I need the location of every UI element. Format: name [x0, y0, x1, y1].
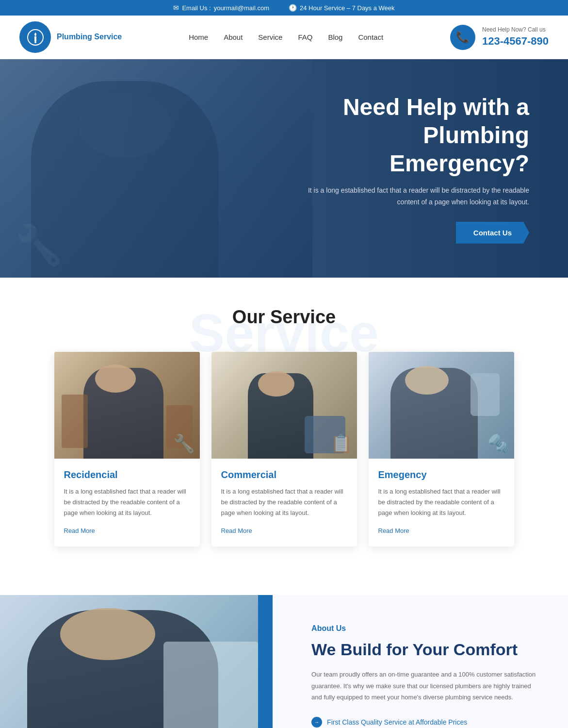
- hero-title: Need Help with a Plumbing Emergency?: [287, 93, 529, 177]
- svg-point-2: [34, 41, 36, 43]
- email-bar-item: ✉ Email Us : yourmail@mail.com: [173, 4, 269, 12]
- main-nav: Home About Service FAQ Blog Contact: [189, 33, 383, 41]
- service-cards-container: 🔧 Recidencial It is a long established f…: [29, 352, 539, 546]
- residential-text: It is a long established fact that a rea…: [64, 486, 190, 518]
- emergency-title: Emegency: [378, 469, 504, 480]
- service-card-residential: 🔧 Recidencial It is a long established f…: [54, 352, 200, 546]
- commercial-read-more[interactable]: Read More: [221, 527, 252, 534]
- service-hours-text: 24 Hour Service – 7 Days a Week: [300, 4, 395, 12]
- email-icon: ✉: [173, 4, 179, 12]
- emergency-card-body: Emegency It is a long established fact t…: [369, 459, 514, 546]
- logo-text: Plumbing Service: [57, 32, 122, 42]
- hero-section: Need Help with a Plumbing Emergency? It …: [0, 59, 568, 278]
- service-hours-item: 🕐 24 Hour Service – 7 Days a Week: [289, 4, 395, 12]
- emergency-image: 🔩: [369, 352, 514, 459]
- about-text: Our team proudly offers an on-time guara…: [311, 669, 539, 703]
- nav-contact[interactable]: Contact: [358, 33, 383, 41]
- residential-icon: 🔧: [173, 433, 195, 454]
- about-label: About Us: [311, 624, 539, 633]
- residential-title: Recidencial: [64, 469, 190, 480]
- about-title: We Build for Your Comfort: [311, 639, 539, 660]
- residential-image: 🔧: [54, 352, 200, 459]
- email-label: Email Us :: [182, 4, 211, 12]
- hero-subtitle: It is a long established fact that a rea…: [287, 185, 529, 208]
- feature-arrow-1: →: [311, 717, 322, 728]
- nav-about[interactable]: About: [224, 33, 243, 41]
- about-section: About Us We Build for Your Comfort Our t…: [0, 595, 568, 728]
- about-features-list: → First Class Quality Service at Afforda…: [311, 717, 539, 728]
- hero-content: Need Help with a Plumbing Emergency? It …: [287, 93, 529, 243]
- phone-icon: 📞: [450, 25, 475, 50]
- contact-us-button[interactable]: Contact Us: [456, 222, 529, 244]
- feature-1-text: First Class Quality Service at Affordabl…: [327, 718, 467, 726]
- commercial-text: It is a long established fact that a rea…: [221, 486, 347, 518]
- commercial-title: Commercial: [221, 469, 347, 480]
- residential-read-more[interactable]: Read More: [64, 527, 95, 534]
- need-help-label: Need Help Now? Call us: [482, 26, 549, 34]
- commercial-card-body: Commercial It is a long established fact…: [211, 459, 357, 546]
- commercial-image: 📋: [211, 352, 357, 459]
- clock-icon: 🕐: [289, 4, 297, 12]
- top-bar: ✉ Email Us : yourmail@mail.com 🕐 24 Hour…: [0, 0, 568, 16]
- logo-area: Plumbing Service: [19, 21, 122, 53]
- service-card-commercial: 📋 Commercial It is a long established fa…: [211, 352, 357, 546]
- emergency-read-more[interactable]: Read More: [378, 527, 409, 534]
- services-section: Service Our Service 🔧 Recidencial It is …: [0, 278, 568, 585]
- residential-card-body: Recidencial It is a long established fac…: [54, 459, 200, 546]
- about-blue-accent: [258, 595, 273, 728]
- phone-area: 📞 Need Help Now? Call us 123-4567-890: [450, 25, 549, 50]
- services-title: Our Service: [29, 307, 539, 328]
- commercial-icon: 📋: [330, 433, 352, 454]
- svg-rect-1: [34, 36, 36, 41]
- nav-service[interactable]: Service: [258, 33, 282, 41]
- nav-home[interactable]: Home: [189, 33, 208, 41]
- about-feature-1: → First Class Quality Service at Afforda…: [311, 717, 539, 728]
- about-content: About Us We Build for Your Comfort Our t…: [273, 595, 568, 728]
- site-header: Plumbing Service Home About Service FAQ …: [0, 16, 568, 59]
- nav-faq[interactable]: FAQ: [298, 33, 312, 41]
- nav-blog[interactable]: Blog: [328, 33, 342, 41]
- service-card-emergency: 🔩 Emegency It is a long established fact…: [369, 352, 514, 546]
- phone-text-block: Need Help Now? Call us 123-4567-890: [482, 26, 549, 49]
- logo-icon: [19, 21, 51, 53]
- email-value: yourmail@mail.com: [214, 4, 269, 12]
- phone-number: 123-4567-890: [482, 34, 549, 49]
- emergency-text: It is a long established fact that a rea…: [378, 486, 504, 518]
- about-image: [0, 595, 273, 728]
- emergency-icon: 🔩: [487, 433, 509, 454]
